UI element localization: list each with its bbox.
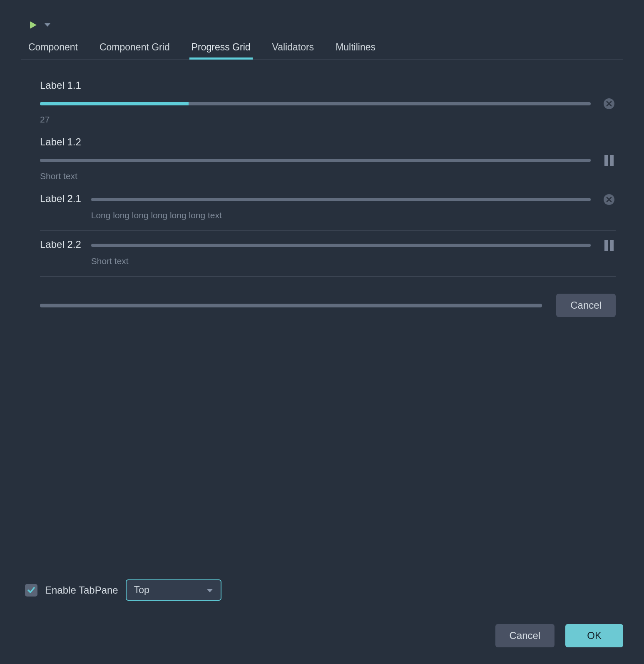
tab-component-grid[interactable]: Component Grid bbox=[99, 38, 170, 59]
row-label: Label 1.2 bbox=[40, 136, 616, 148]
svg-rect-2 bbox=[610, 155, 614, 166]
tab-progress-grid[interactable]: Progress Grid bbox=[191, 38, 251, 59]
row-subtext: Short text bbox=[91, 256, 616, 266]
cancel-button[interactable]: Cancel bbox=[495, 624, 555, 647]
ok-button[interactable]: OK bbox=[565, 624, 623, 647]
row-subtext: Long long long long long long text bbox=[91, 210, 616, 220]
progress-row: Label 1.2 Short text bbox=[40, 129, 616, 185]
pause-icon[interactable] bbox=[602, 154, 616, 167]
pause-icon[interactable] bbox=[602, 239, 616, 252]
enable-tabpane-label: Enable TabPane bbox=[45, 584, 118, 596]
row-subtext: Short text bbox=[40, 171, 616, 181]
row-label: Label 2.1 bbox=[40, 193, 81, 205]
tab-validators[interactable]: Validators bbox=[272, 38, 314, 59]
progress-bar bbox=[91, 198, 591, 201]
progress-grid-content: Label 1.1 27 Label 1.2 bbox=[21, 60, 623, 277]
tab-placement-select[interactable]: Top bbox=[126, 579, 221, 601]
row-subtext: 27 bbox=[40, 115, 616, 125]
row-label: Label 2.2 bbox=[40, 239, 81, 250]
close-icon[interactable] bbox=[602, 193, 616, 206]
tab-bar: Component Component Grid Progress Grid V… bbox=[21, 38, 623, 60]
overall-progress-row: Cancel bbox=[21, 277, 623, 317]
tab-component[interactable]: Component bbox=[28, 38, 78, 59]
progress-row: Label 2.1 Long long long long long long … bbox=[40, 185, 616, 231]
chevron-down-icon bbox=[206, 584, 213, 596]
svg-rect-1 bbox=[604, 155, 608, 166]
dialog-buttons: Cancel OK bbox=[21, 624, 623, 647]
progress-row: Label 2.2 Short text bbox=[40, 231, 616, 277]
overall-progress-bar bbox=[40, 304, 542, 307]
cancel-progress-button[interactable]: Cancel bbox=[556, 294, 616, 317]
run-icon[interactable] bbox=[28, 20, 38, 30]
svg-rect-4 bbox=[604, 240, 608, 251]
tab-multilines[interactable]: Multilines bbox=[336, 38, 375, 59]
select-value: Top bbox=[134, 584, 149, 596]
enable-tabpane-checkbox[interactable] bbox=[25, 584, 37, 597]
progress-row: Label 1.1 27 bbox=[40, 72, 616, 129]
progress-bar bbox=[91, 244, 591, 247]
progress-bar bbox=[40, 159, 591, 162]
svg-rect-5 bbox=[610, 240, 614, 251]
progress-bar bbox=[40, 102, 591, 105]
enable-tabpane-row: Enable TabPane Top bbox=[21, 579, 623, 601]
toolbar bbox=[21, 17, 623, 38]
row-label: Label 1.1 bbox=[40, 80, 616, 91]
chevron-down-icon[interactable] bbox=[44, 22, 51, 27]
close-icon[interactable] bbox=[602, 97, 616, 110]
